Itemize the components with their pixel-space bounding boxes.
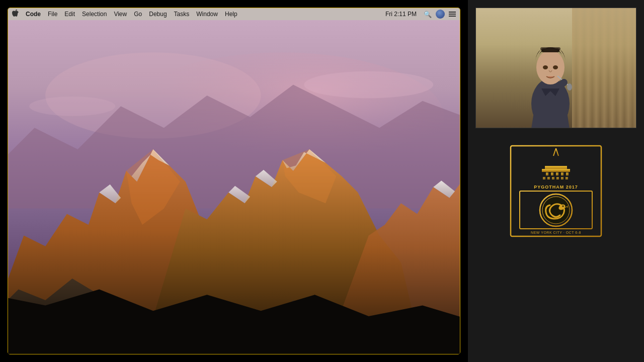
- menu-go[interactable]: Go: [134, 11, 142, 18]
- mac-window: Code File Edit Selection View Go Debug T…: [0, 0, 468, 362]
- apple-menu[interactable]: [12, 10, 19, 19]
- svg-rect-20: [546, 172, 548, 175]
- svg-text:PYGOTHAM 2017: PYGOTHAM 2017: [534, 185, 578, 190]
- menubar: Code File Edit Selection View Go Debug T…: [8, 8, 460, 20]
- clock: Fri 2:11 PM: [385, 11, 417, 18]
- menu-code[interactable]: Code: [26, 11, 41, 18]
- svg-point-11: [553, 65, 558, 69]
- svg-rect-29: [561, 177, 564, 179]
- svg-point-7: [536, 50, 565, 84]
- svg-rect-26: [547, 177, 550, 179]
- menu-help[interactable]: Help: [225, 11, 237, 18]
- menu-window[interactable]: Window: [196, 11, 218, 18]
- search-icon[interactable]: 🔍: [424, 11, 432, 18]
- pygotham-logo-svg: PYGOTHAM 2017 NEW YOR: [506, 141, 606, 241]
- menu-file[interactable]: File: [48, 11, 57, 18]
- speaker-figure-svg: [476, 8, 636, 128]
- svg-point-10: [543, 65, 548, 69]
- menu-view[interactable]: View: [114, 11, 127, 18]
- svg-rect-9: [540, 47, 560, 50]
- wallpaper: [8, 20, 460, 354]
- menu-debug[interactable]: Debug: [149, 11, 167, 18]
- speaker-video: [475, 8, 636, 128]
- svg-rect-28: [556, 177, 559, 179]
- svg-rect-19: [542, 169, 570, 172]
- svg-rect-30: [566, 177, 568, 179]
- mac-frame: Code File Edit Selection View Go Debug T…: [8, 8, 460, 354]
- menu-edit[interactable]: Edit: [64, 11, 75, 18]
- svg-point-36: [562, 206, 564, 207]
- svg-rect-23: [561, 172, 564, 175]
- svg-rect-21: [551, 172, 553, 175]
- svg-rect-27: [552, 177, 554, 179]
- svg-text:NEW YORK CITY · OCT 6-8: NEW YORK CITY · OCT 6-8: [531, 231, 581, 234]
- mountain-svg: [8, 20, 460, 354]
- svg-point-4: [29, 97, 115, 116]
- user-avatar[interactable]: [436, 10, 445, 19]
- menu-selection[interactable]: Selection: [82, 11, 107, 18]
- hamburger-icon[interactable]: [449, 12, 456, 17]
- svg-rect-22: [556, 172, 558, 175]
- svg-rect-25: [543, 177, 545, 179]
- menu-tasks[interactable]: Tasks: [174, 11, 190, 18]
- svg-point-13: [567, 83, 572, 90]
- svg-rect-24: [566, 172, 569, 175]
- screen: Code File Edit Selection View Go Debug T…: [0, 0, 644, 362]
- menubar-icons: 🔍: [424, 10, 456, 19]
- right-panel: PYGOTHAM 2017 NEW YOR: [468, 0, 644, 362]
- svg-point-3: [304, 71, 433, 99]
- pygotham-logo: PYGOTHAM 2017 NEW YOR: [501, 136, 611, 246]
